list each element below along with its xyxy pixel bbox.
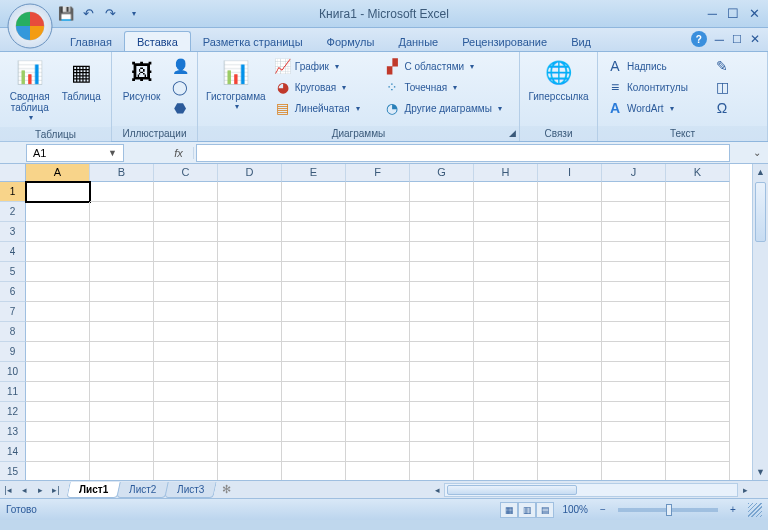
qat-dropdown-icon[interactable]: ▾ bbox=[126, 6, 142, 22]
close-button[interactable]: ✕ bbox=[749, 6, 760, 21]
cell[interactable] bbox=[474, 302, 538, 322]
row-header[interactable]: 10 bbox=[0, 362, 26, 382]
row-header[interactable]: 6 bbox=[0, 282, 26, 302]
area-chart-button[interactable]: ▞С областями▾ bbox=[381, 57, 513, 75]
cell[interactable] bbox=[346, 382, 410, 402]
cell[interactable] bbox=[154, 422, 218, 442]
cell[interactable] bbox=[410, 282, 474, 302]
scatter-chart-button[interactable]: ⁘Точечная▾ bbox=[381, 78, 513, 96]
cell[interactable] bbox=[538, 442, 602, 462]
cell[interactable] bbox=[26, 322, 90, 342]
cell[interactable] bbox=[154, 202, 218, 222]
cell[interactable] bbox=[666, 362, 730, 382]
column-header[interactable]: F bbox=[346, 164, 410, 182]
row-header[interactable]: 13 bbox=[0, 422, 26, 442]
pie-chart-button[interactable]: ◕Круговая▾ bbox=[272, 78, 378, 96]
cell[interactable] bbox=[538, 322, 602, 342]
cell[interactable] bbox=[218, 242, 282, 262]
cell[interactable] bbox=[666, 242, 730, 262]
cell[interactable] bbox=[346, 302, 410, 322]
tab-data[interactable]: Данные bbox=[386, 32, 450, 51]
header-footer-button[interactable]: ≡Колонтитулы bbox=[604, 78, 708, 96]
cell[interactable] bbox=[602, 342, 666, 362]
cell[interactable] bbox=[218, 342, 282, 362]
column-header[interactable]: I bbox=[538, 164, 602, 182]
cell[interactable] bbox=[538, 382, 602, 402]
cell[interactable] bbox=[90, 382, 154, 402]
cell[interactable] bbox=[538, 182, 602, 202]
cell[interactable] bbox=[602, 402, 666, 422]
cell[interactable] bbox=[26, 302, 90, 322]
cell[interactable] bbox=[154, 382, 218, 402]
cell[interactable] bbox=[282, 242, 346, 262]
cell[interactable] bbox=[282, 182, 346, 202]
object-button[interactable]: ◫ bbox=[712, 78, 732, 96]
cell[interactable] bbox=[474, 422, 538, 442]
cell[interactable] bbox=[26, 402, 90, 422]
cell[interactable] bbox=[602, 202, 666, 222]
row-header[interactable]: 3 bbox=[0, 222, 26, 242]
cells-area[interactable] bbox=[26, 182, 752, 480]
tab-insert[interactable]: Вставка bbox=[124, 31, 191, 51]
cell[interactable] bbox=[346, 442, 410, 462]
view-page-break-button[interactable]: ▤ bbox=[536, 502, 554, 518]
cell[interactable] bbox=[346, 242, 410, 262]
cell[interactable] bbox=[282, 442, 346, 462]
cell[interactable] bbox=[346, 322, 410, 342]
new-sheet-button[interactable]: ✻ bbox=[215, 483, 239, 496]
cell[interactable] bbox=[474, 202, 538, 222]
cell[interactable] bbox=[474, 282, 538, 302]
name-box[interactable]: A1▼ bbox=[26, 144, 124, 162]
column-header[interactable]: J bbox=[602, 164, 666, 182]
symbol-button[interactable]: Ω bbox=[712, 99, 732, 117]
scroll-left-icon[interactable]: ◂ bbox=[430, 485, 444, 495]
cell[interactable] bbox=[154, 462, 218, 482]
maximize-button[interactable]: ☐ bbox=[727, 6, 739, 21]
cell[interactable] bbox=[602, 462, 666, 482]
cell[interactable] bbox=[90, 462, 154, 482]
cell[interactable] bbox=[538, 282, 602, 302]
cell[interactable] bbox=[154, 322, 218, 342]
cell[interactable] bbox=[410, 302, 474, 322]
cell[interactable] bbox=[26, 342, 90, 362]
vscroll-thumb[interactable] bbox=[755, 182, 766, 242]
cell[interactable] bbox=[666, 182, 730, 202]
cell[interactable] bbox=[538, 202, 602, 222]
cell[interactable] bbox=[282, 422, 346, 442]
cell[interactable] bbox=[666, 422, 730, 442]
cell[interactable] bbox=[474, 362, 538, 382]
cell[interactable] bbox=[90, 282, 154, 302]
cell[interactable] bbox=[474, 262, 538, 282]
vertical-scrollbar[interactable]: ▲ ▼ bbox=[752, 164, 768, 480]
view-page-layout-button[interactable]: ▥ bbox=[518, 502, 536, 518]
zoom-level[interactable]: 100% bbox=[562, 504, 588, 515]
clipart-button[interactable]: 👤 bbox=[169, 57, 191, 75]
cell[interactable] bbox=[474, 182, 538, 202]
cell[interactable] bbox=[538, 362, 602, 382]
cell[interactable] bbox=[218, 262, 282, 282]
smartart-button[interactable]: ⬣ bbox=[169, 99, 191, 117]
cell[interactable] bbox=[666, 282, 730, 302]
column-header[interactable]: H bbox=[474, 164, 538, 182]
cell[interactable] bbox=[538, 402, 602, 422]
cell[interactable] bbox=[26, 202, 90, 222]
column-header[interactable]: D bbox=[218, 164, 282, 182]
cell[interactable] bbox=[218, 322, 282, 342]
cell[interactable] bbox=[410, 182, 474, 202]
cell[interactable] bbox=[602, 442, 666, 462]
cell[interactable] bbox=[90, 402, 154, 422]
cell[interactable] bbox=[666, 382, 730, 402]
hscroll-thumb[interactable] bbox=[447, 485, 577, 495]
formula-expand-icon[interactable]: ⌄ bbox=[750, 147, 764, 158]
cell[interactable] bbox=[218, 222, 282, 242]
row-header[interactable]: 11 bbox=[0, 382, 26, 402]
cell[interactable] bbox=[282, 462, 346, 482]
cell[interactable] bbox=[282, 402, 346, 422]
cell[interactable] bbox=[410, 362, 474, 382]
tab-review[interactable]: Рецензирование bbox=[450, 32, 559, 51]
cell[interactable] bbox=[602, 422, 666, 442]
cell[interactable] bbox=[602, 302, 666, 322]
save-icon[interactable]: 💾 bbox=[58, 6, 74, 22]
cell[interactable] bbox=[282, 222, 346, 242]
cell[interactable] bbox=[154, 362, 218, 382]
